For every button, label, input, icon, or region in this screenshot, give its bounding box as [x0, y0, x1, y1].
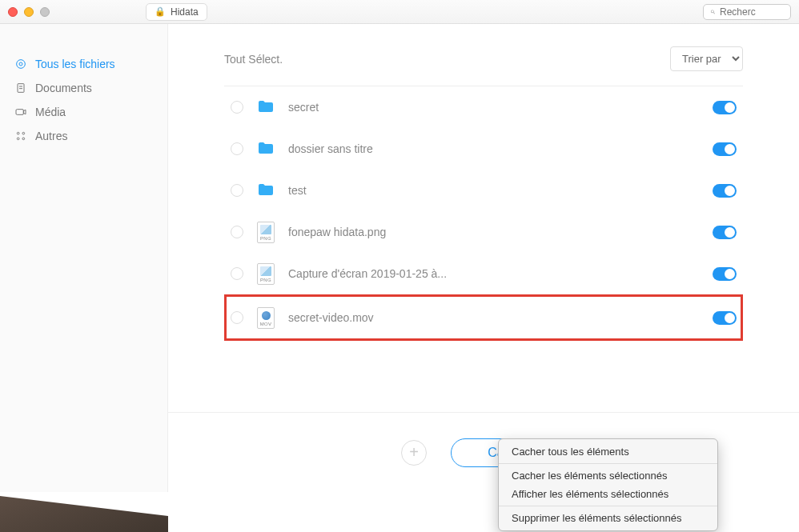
svg-point-6 — [17, 132, 19, 134]
plus-icon: + — [409, 443, 419, 462]
svg-point-7 — [22, 132, 25, 134]
menu-item-delete-selected[interactable]: Supprimer les éléments sélectionnés — [499, 509, 717, 527]
list-header: Tout Sélect. Trier par — [224, 24, 743, 86]
menu-item-show-selected[interactable]: Afficher les éléments sélectionnés — [499, 485, 717, 503]
desktop-background — [0, 492, 168, 532]
row-checkbox[interactable] — [231, 101, 243, 114]
visibility-toggle[interactable] — [713, 142, 737, 156]
context-menu: Cacher tous les éléments Cacher les élém… — [498, 438, 718, 531]
sidebar-item-label: Autres — [35, 130, 67, 142]
visibility-toggle[interactable] — [713, 267, 737, 281]
sidebar-item-others[interactable]: Autres — [0, 124, 167, 148]
row-checkbox[interactable] — [231, 226, 243, 238]
grid-icon — [14, 130, 27, 142]
main-layout: Tous les fichiers Documents Média Autres… — [0, 24, 799, 492]
app-title-text: Hidata — [171, 6, 199, 18]
mov-file-icon: MOV — [255, 306, 277, 329]
app-title: 🔒 Hidata — [146, 3, 207, 21]
row-checkbox[interactable] — [231, 184, 243, 197]
window-controls — [8, 7, 50, 17]
document-icon — [14, 82, 27, 94]
visibility-toggle[interactable] — [713, 311, 737, 325]
close-window-button[interactable] — [8, 7, 18, 17]
file-name: test — [288, 184, 701, 197]
file-row[interactable]: test — [224, 170, 743, 211]
menu-separator — [499, 506, 717, 506]
search-input[interactable] — [720, 6, 784, 18]
file-row[interactable]: MOVsecret-video.mov — [224, 294, 743, 341]
sidebar-item-label: Documents — [35, 82, 92, 94]
titlebar: 🔒 Hidata — [0, 0, 799, 24]
file-row[interactable]: dossier sans titre — [224, 128, 743, 170]
file-name: fonepaw hidata.png — [288, 226, 701, 238]
menu-item-hide-all[interactable]: Cacher tous les éléments — [499, 442, 717, 461]
row-checkbox[interactable] — [231, 267, 243, 280]
sidebar: Tous les fichiers Documents Média Autres — [0, 24, 168, 492]
sidebar-item-label: Média — [35, 106, 66, 118]
row-checkbox[interactable] — [231, 311, 243, 324]
sidebar-item-all-files[interactable]: Tous les fichiers — [0, 52, 167, 76]
png-file-icon: PNG — [255, 262, 277, 285]
lock-icon: 🔒 — [155, 6, 166, 17]
target-icon — [14, 58, 27, 70]
camera-icon — [14, 106, 27, 118]
add-button[interactable]: + — [401, 440, 427, 466]
svg-point-1 — [19, 62, 22, 66]
file-name: secret — [288, 101, 701, 114]
menu-item-hide-selected[interactable]: Cacher les éléments sélectionnés — [499, 466, 717, 485]
maximize-window-button[interactable] — [40, 7, 50, 17]
sidebar-item-documents[interactable]: Documents — [0, 76, 167, 100]
sidebar-item-label: Tous les fichiers — [35, 58, 115, 70]
file-list: secretdossier sans titretestPNGfonepaw h… — [224, 86, 743, 341]
file-row[interactable]: PNGCapture d'écran 2019-01-25 à... — [224, 253, 743, 294]
search-field-wrap[interactable] — [703, 4, 791, 20]
file-name: Capture d'écran 2019-01-25 à... — [288, 267, 701, 280]
file-name: dossier sans titre — [288, 142, 701, 155]
visibility-toggle[interactable] — [713, 101, 737, 114]
file-row[interactable]: PNGfonepaw hidata.png — [224, 211, 743, 253]
folder-icon — [255, 96, 277, 118]
search-icon — [710, 7, 716, 17]
menu-separator — [499, 463, 717, 464]
svg-point-0 — [17, 60, 26, 69]
sidebar-item-media[interactable]: Média — [0, 100, 167, 124]
file-name: secret-video.mov — [288, 311, 701, 324]
svg-rect-5 — [16, 110, 23, 115]
minimize-window-button[interactable] — [24, 7, 34, 17]
select-all-button[interactable]: Tout Sélect. — [224, 53, 283, 66]
svg-point-8 — [17, 138, 19, 140]
svg-point-9 — [22, 138, 25, 140]
png-file-icon: PNG — [255, 221, 277, 243]
sort-select[interactable]: Trier par — [670, 46, 743, 71]
svg-rect-2 — [18, 84, 24, 93]
visibility-toggle[interactable] — [713, 226, 737, 239]
visibility-toggle[interactable] — [713, 184, 737, 198]
row-checkbox[interactable] — [231, 142, 243, 155]
file-list-container: Tout Sélect. Trier par secretdossier san… — [168, 24, 799, 412]
folder-icon — [255, 179, 277, 202]
file-row[interactable]: secret — [224, 86, 743, 128]
main-panel: Tout Sélect. Trier par secretdossier san… — [168, 24, 799, 492]
folder-icon — [255, 138, 277, 160]
